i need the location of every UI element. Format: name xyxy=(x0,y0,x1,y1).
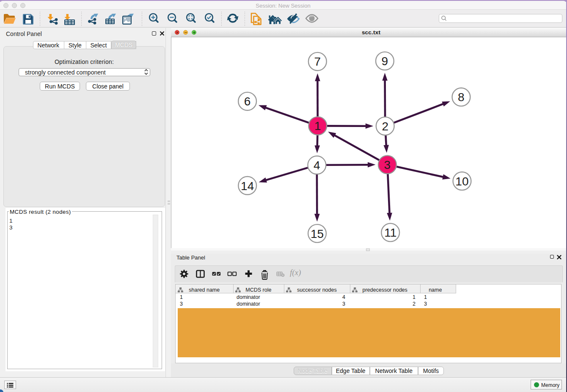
svg-text:14: 14 xyxy=(241,179,254,193)
svg-text:3: 3 xyxy=(384,158,391,171)
svg-text:2: 2 xyxy=(382,120,388,133)
svg-text:9: 9 xyxy=(382,55,388,68)
svg-text:1: 1 xyxy=(314,119,321,133)
svg-text:4: 4 xyxy=(314,159,320,172)
svg-text:11: 11 xyxy=(384,226,396,239)
svg-text:15: 15 xyxy=(311,227,324,240)
svg-text:7: 7 xyxy=(314,55,321,68)
svg-text:10: 10 xyxy=(455,175,468,188)
svg-text:8: 8 xyxy=(458,91,465,104)
svg-text:6: 6 xyxy=(244,95,251,108)
